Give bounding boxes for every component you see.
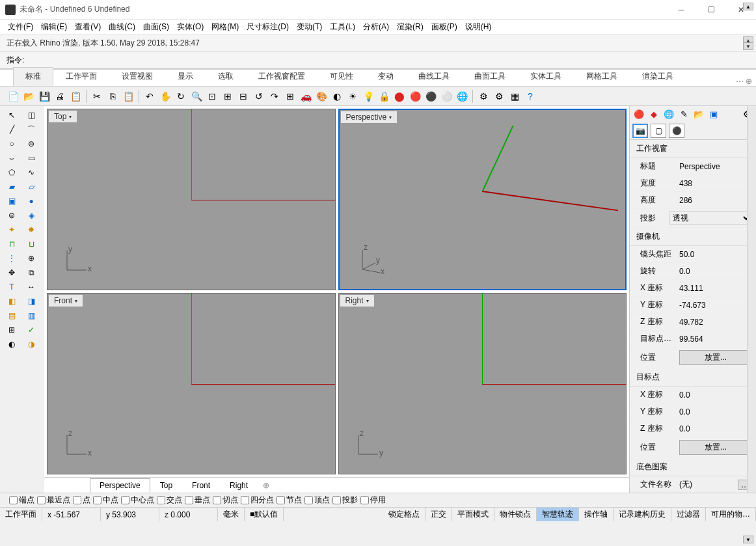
panel-light-icon[interactable]: ✎ — [677, 108, 690, 120]
prop-tgt-y[interactable]: 0.0 — [679, 407, 752, 416]
prop-cam-y[interactable]: -74.673 — [679, 301, 752, 310]
tab-display[interactable]: 显示 — [165, 67, 206, 86]
polyline-icon[interactable]: ⌒ — [22, 123, 40, 136]
tab-setview[interactable]: 设置视图 — [109, 67, 165, 86]
viewport-top-label[interactable]: Top▾ — [49, 111, 77, 122]
cmd-scroll-up[interactable]: ▲ — [743, 3, 753, 10]
prop-rotation[interactable]: 0.0 — [679, 267, 752, 276]
dim-icon[interactable]: ↔ — [22, 280, 40, 293]
misc2-icon[interactable]: ◑ — [22, 338, 40, 351]
vptab-top[interactable]: Top — [150, 478, 182, 493]
snap-end[interactable]: 端点 — [9, 495, 34, 506]
viewport-right[interactable]: Right▾ zy — [338, 293, 627, 474]
menu-tools[interactable]: 工具(L) — [330, 21, 355, 33]
menu-panel[interactable]: 面板(P) — [431, 21, 457, 33]
mesh-icon[interactable]: ▱ — [22, 180, 40, 193]
edit-icon[interactable]: ✦ — [3, 223, 21, 236]
snap-point[interactable]: 点 — [73, 495, 90, 506]
status-gumball[interactable]: 操作轴 — [579, 508, 614, 521]
join-icon[interactable]: ⊓ — [3, 238, 21, 251]
history-scroll-down[interactable]: ▼ — [743, 42, 753, 50]
tab-cplane[interactable]: 工作平面 — [53, 67, 109, 86]
prop-width[interactable]: 438 — [679, 179, 752, 188]
viewport-top[interactable]: Top▾ yx — [47, 109, 336, 290]
status-history[interactable]: 记录建构历史 — [614, 508, 671, 521]
status-cplane[interactable]: 工作平面 — [0, 508, 42, 521]
lasso-icon[interactable]: ◫ — [22, 109, 40, 122]
menu-edit[interactable]: 编辑(E) — [41, 21, 67, 33]
tab-curve[interactable]: 曲线工具 — [406, 67, 462, 86]
tab-select[interactable]: 选取 — [206, 67, 246, 86]
tab-surface[interactable]: 曲面工具 — [462, 67, 518, 86]
minimize-button[interactable]: ─ — [666, 0, 696, 20]
cylinder-icon[interactable]: ⊜ — [3, 209, 21, 222]
globe-icon[interactable]: 🌐 — [455, 90, 468, 103]
layer-icon[interactable]: ◧ — [3, 295, 21, 308]
menu-view[interactable]: 查看(V) — [75, 21, 101, 33]
polygon-icon[interactable]: ⬠ — [3, 166, 21, 179]
prop-projection[interactable]: 透视 — [669, 212, 752, 225]
tab-transform[interactable]: 变动 — [366, 67, 406, 86]
snap-project[interactable]: 投影 — [332, 495, 358, 506]
panel-materials-icon[interactable]: 🔴 — [632, 108, 645, 120]
options-icon[interactable]: ⚙ — [477, 90, 490, 103]
text-icon[interactable]: T — [3, 280, 21, 293]
copy2-icon[interactable]: ⧉ — [22, 266, 40, 279]
panel-layers-icon[interactable]: ◆ — [647, 108, 660, 120]
status-osnap[interactable]: 物件锁点 — [494, 508, 537, 521]
material4-icon[interactable]: ⚪ — [440, 90, 453, 103]
group-icon[interactable]: ⊕ — [22, 252, 40, 265]
cut-icon[interactable]: ✂ — [90, 90, 103, 103]
snap-quad[interactable]: 四分点 — [241, 495, 274, 506]
open-icon[interactable]: 📂 — [22, 90, 35, 103]
rect-icon[interactable]: ▭ — [22, 152, 40, 165]
car-icon[interactable]: 🚗 — [299, 90, 312, 103]
tab-mesh[interactable]: 网格工具 — [574, 67, 630, 86]
status-unit[interactable]: 毫米 — [218, 508, 245, 521]
snap-disable[interactable]: 停用 — [360, 495, 386, 506]
pointer-icon[interactable]: ↖ — [3, 109, 21, 122]
menu-curve[interactable]: 曲线(C) — [109, 21, 135, 33]
hide-icon[interactable]: ◨ — [22, 295, 40, 308]
status-smarttrack[interactable]: 智慧轨迹 — [537, 508, 579, 521]
trim-icon[interactable]: ⊔ — [22, 238, 40, 251]
prop-tgt-x[interactable]: 0.0 — [679, 390, 752, 400]
status-gridsnap[interactable]: 锁定格点 — [383, 508, 425, 521]
tab-visibility[interactable]: 可见性 — [317, 67, 366, 86]
zoom-icon[interactable]: 🔍 — [190, 90, 203, 103]
material1-icon[interactable]: ⬤ — [393, 90, 406, 103]
material2-icon[interactable]: 🔴 — [409, 90, 422, 103]
snap-mid[interactable]: 中点 — [93, 495, 118, 506]
snap-near[interactable]: 最近点 — [37, 495, 70, 506]
subtab-material-icon[interactable]: ⚫ — [669, 124, 684, 138]
misc-icon[interactable]: ◐ — [3, 338, 21, 351]
status-avail[interactable]: 可用的物… — [706, 508, 756, 521]
move-icon[interactable]: ✥ — [3, 266, 21, 279]
cone-icon[interactable]: ◈ — [22, 209, 40, 222]
menu-render[interactable]: 渲染(R) — [397, 21, 424, 33]
status-layer[interactable]: ■默认值 — [245, 508, 284, 521]
prop-cam-z[interactable]: 49.782 — [679, 318, 752, 327]
prop-title[interactable]: Perspective — [679, 162, 752, 171]
undo-view-icon[interactable]: ⊟ — [237, 90, 250, 103]
prop-tgt-z[interactable]: 0.0 — [679, 424, 752, 433]
menu-transform[interactable]: 变动(T) — [297, 21, 322, 33]
snap-tan[interactable]: 切点 — [213, 495, 238, 506]
import-icon[interactable]: 📋 — [69, 90, 82, 103]
prop-target-dist[interactable]: 99.564 — [679, 334, 752, 344]
grid-icon[interactable]: ⊞ — [284, 90, 297, 103]
viewport-perspective-label[interactable]: Perspective▾ — [341, 111, 398, 123]
vptab-front[interactable]: Front — [182, 478, 220, 493]
menu-mesh[interactable]: 网格(M) — [211, 21, 239, 33]
menu-file[interactable]: 文件(F) — [8, 21, 33, 33]
tab-overflow-icon[interactable]: ⋯ ⊕ — [736, 77, 752, 86]
box-icon[interactable]: ▣ — [3, 195, 21, 208]
layers-icon[interactable]: ▦ — [508, 90, 521, 103]
snap-perp[interactable]: 垂点 — [185, 495, 210, 506]
new-icon[interactable]: 📄 — [7, 90, 20, 103]
pts-icon[interactable]: ⋮ — [3, 252, 21, 265]
arc-icon[interactable]: ⌣ — [3, 152, 21, 165]
panel-folder-icon[interactable]: 📂 — [692, 108, 705, 120]
menu-surface[interactable]: 曲面(S) — [143, 21, 169, 33]
snap-vertex[interactable]: 顶点 — [304, 495, 330, 506]
